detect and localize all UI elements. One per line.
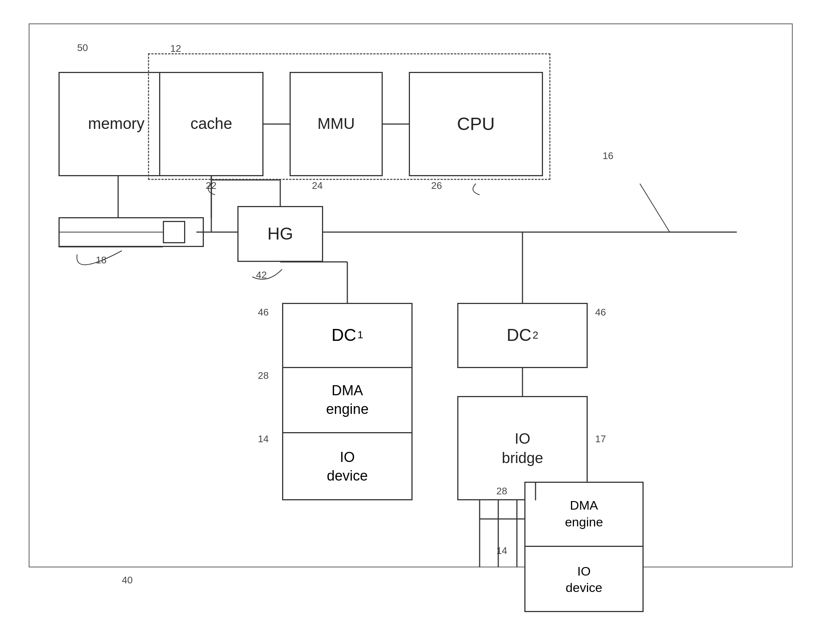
dc1-sub: 1 bbox=[357, 329, 364, 341]
ref-28b: 28 bbox=[497, 485, 507, 497]
ref-18: 18 bbox=[96, 255, 107, 266]
dc1-label: DC bbox=[331, 325, 356, 345]
io-device-2: IOdevice bbox=[524, 547, 644, 612]
dc2-label: DC bbox=[506, 325, 531, 345]
ref-50: 50 bbox=[77, 42, 88, 54]
ref-24: 24 bbox=[312, 180, 323, 192]
io-device-1-label: IOdevice bbox=[327, 448, 368, 485]
diagram-container: 40 50 memory 12 cache MMU CPU 22 24 26 1… bbox=[29, 23, 811, 601]
ref-46b: 46 bbox=[595, 307, 606, 318]
dma-engine-2-label: DMAengine bbox=[565, 497, 603, 530]
dc2-box: DC2 bbox=[457, 303, 588, 368]
ref-17: 17 bbox=[595, 433, 606, 445]
ref-14a: 14 bbox=[258, 433, 269, 445]
hg-box: HG bbox=[237, 206, 323, 262]
ref-14b: 14 bbox=[497, 545, 507, 556]
cpu-box: CPU bbox=[409, 72, 543, 176]
ref-16: 16 bbox=[603, 150, 613, 162]
ref-22: 22 bbox=[206, 180, 217, 192]
ref-40: 40 bbox=[122, 575, 133, 586]
ref-42: 42 bbox=[256, 269, 267, 281]
dma-engine-1: DMAengine bbox=[282, 368, 413, 433]
io-device-1: IOdevice bbox=[282, 433, 413, 500]
bus-element bbox=[163, 221, 185, 243]
dma-engine-2: DMAengine bbox=[524, 482, 644, 547]
dc2-sub: 2 bbox=[532, 329, 538, 341]
io-bridge-label: IObridge bbox=[501, 429, 543, 468]
ref-12: 12 bbox=[170, 43, 181, 54]
ref-46a: 46 bbox=[258, 307, 269, 318]
ref-28a: 28 bbox=[258, 370, 269, 382]
mmu-box: MMU bbox=[289, 72, 383, 176]
dc1-top: DC1 bbox=[282, 303, 413, 368]
dma-engine-1-label: DMAengine bbox=[326, 382, 368, 419]
io-device-2-label: IOdevice bbox=[566, 563, 602, 596]
ref-26: 26 bbox=[431, 180, 442, 192]
cache-box: cache bbox=[159, 72, 263, 176]
